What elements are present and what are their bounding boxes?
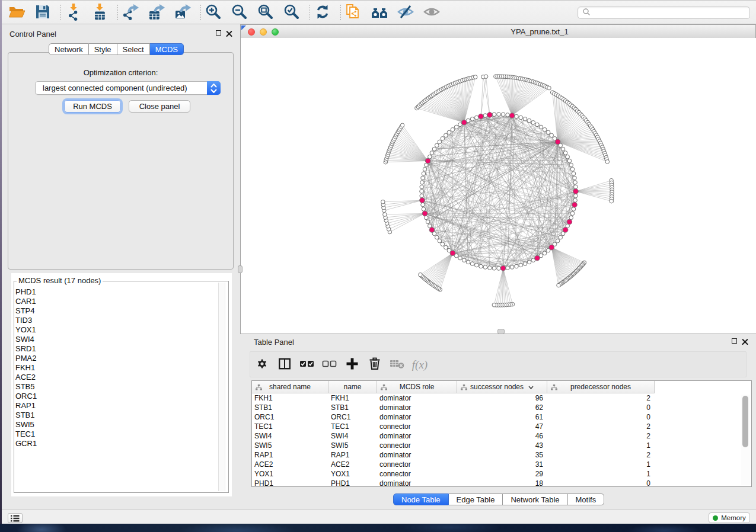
zoom-fit-button[interactable] <box>256 3 276 23</box>
network-canvas[interactable] <box>240 38 756 334</box>
mcds-result-item[interactable]: PMA2 <box>15 354 217 363</box>
network-node[interactable] <box>483 114 487 118</box>
table-row-FKH1[interactable]: FKH1FKH1dominator962 <box>252 393 751 403</box>
network-hub-node[interactable] <box>420 198 425 203</box>
network-hub-node[interactable] <box>535 255 540 261</box>
network-node[interactable] <box>422 207 426 211</box>
network-hub-node[interactable] <box>572 202 578 207</box>
network-node[interactable] <box>550 133 554 137</box>
network-graph[interactable] <box>241 38 755 334</box>
network-node[interactable] <box>506 113 510 117</box>
control-tab-network[interactable]: Network <box>49 43 89 55</box>
column-header-shared-name[interactable]: shared name <box>252 381 328 393</box>
mcds-result-item[interactable]: SRD1 <box>15 344 217 354</box>
vertical-splitter-handle[interactable] <box>238 265 243 273</box>
control-tab-style[interactable]: Style <box>89 43 117 55</box>
network-node[interactable] <box>447 130 451 134</box>
optimization-criterion-select[interactable]: largest connected component (undirected) <box>35 81 221 95</box>
mcds-result-item[interactable]: YOX1 <box>15 325 217 335</box>
mcds-result-item[interactable]: RAP1 <box>15 401 217 411</box>
network-hub-node[interactable] <box>573 189 579 194</box>
network-node[interactable] <box>567 159 572 163</box>
network-hub-node[interactable] <box>567 219 572 225</box>
network-node[interactable] <box>573 181 578 185</box>
run-mcds-button[interactable]: Run MCDS <box>64 100 121 113</box>
mcds-result-item[interactable]: TEC1 <box>15 430 217 439</box>
network-node[interactable] <box>430 151 434 155</box>
table-tab-motifs[interactable]: Motifs <box>568 493 605 505</box>
network-node[interactable] <box>441 137 445 141</box>
mcds-result-item[interactable]: ORC1 <box>15 392 217 401</box>
network-node[interactable] <box>470 117 474 121</box>
network-node[interactable] <box>492 303 496 307</box>
network-node[interactable] <box>605 160 610 164</box>
network-node[interactable] <box>420 190 424 194</box>
deselect-all-rows-button[interactable] <box>320 355 339 374</box>
network-node[interactable] <box>438 239 442 243</box>
column-header-predecessor-nodes[interactable]: predecessor nodes <box>547 381 655 393</box>
open-file-button[interactable] <box>7 3 27 23</box>
network-hub-node[interactable] <box>479 114 484 119</box>
window-minimize-button[interactable] <box>260 28 267 36</box>
zoom-selected-button[interactable] <box>282 3 302 23</box>
search-input[interactable] <box>591 7 749 19</box>
network-node[interactable] <box>421 176 425 180</box>
select-all-rows-button[interactable] <box>298 355 317 374</box>
table-row-ACE2[interactable]: ACE2ACE2connector311 <box>252 460 751 469</box>
column-header-MCDS-role[interactable]: MCDS role <box>377 381 457 393</box>
network-node[interactable] <box>474 116 479 120</box>
network-node[interactable] <box>435 143 439 148</box>
network-hub-node[interactable] <box>450 251 455 256</box>
network-hub-node[interactable] <box>487 113 493 118</box>
network-node[interactable] <box>497 267 501 271</box>
network-hub-node[interactable] <box>563 227 568 233</box>
table-row-TEC1[interactable]: TEC1TEC1connector472 <box>252 422 751 431</box>
table-panel-close-button[interactable] <box>742 338 748 345</box>
network-node[interactable] <box>506 266 510 270</box>
network-node[interactable] <box>425 216 429 220</box>
network-node[interactable] <box>423 167 427 171</box>
network-node[interactable] <box>479 264 483 268</box>
network-node[interactable] <box>497 113 501 117</box>
network-node[interactable] <box>547 86 551 90</box>
network-node[interactable] <box>473 75 477 79</box>
show-columns-button[interactable] <box>275 355 294 374</box>
network-node[interactable] <box>574 194 578 198</box>
network-node[interactable] <box>570 167 575 171</box>
network-hub-node[interactable] <box>429 227 435 233</box>
network-node[interactable] <box>515 264 519 268</box>
mcds-result-item[interactable]: CAR1 <box>15 297 217 306</box>
mcds-result-item[interactable]: ACE2 <box>15 373 217 382</box>
network-node[interactable] <box>510 265 514 270</box>
network-hub-node[interactable] <box>461 120 467 126</box>
mcds-result-item[interactable]: SWI4 <box>15 335 217 344</box>
network-node[interactable] <box>483 265 487 270</box>
network-hub-node[interactable] <box>425 158 430 164</box>
mcds-result-item[interactable]: GCR1 <box>15 439 217 448</box>
network-node[interactable] <box>383 213 387 217</box>
mcds-result-item[interactable]: FKH1 <box>15 363 217 373</box>
save-session-button[interactable] <box>33 3 53 23</box>
mcds-result-scrollbar[interactable] <box>218 283 225 491</box>
network-node[interactable] <box>492 267 496 271</box>
network-node[interactable] <box>474 263 479 267</box>
network-node[interactable] <box>470 262 474 266</box>
horizontal-splitter-handle[interactable] <box>497 329 505 334</box>
network-node[interactable] <box>574 185 578 189</box>
memory-button[interactable]: Memory <box>709 512 750 523</box>
close-panel-button[interactable]: Close panel <box>129 100 190 113</box>
network-node[interactable] <box>419 273 423 277</box>
network-node[interactable] <box>451 127 455 132</box>
network-node[interactable] <box>523 117 527 121</box>
network-node[interactable] <box>561 147 565 151</box>
table-row-PHD1[interactable]: PHD1PHD1dominator180 <box>252 479 751 486</box>
network-node[interactable] <box>426 220 430 224</box>
network-node[interactable] <box>454 125 458 129</box>
zoom-in-button[interactable] <box>203 3 224 23</box>
table-tab-node-table[interactable]: Node Table <box>393 493 449 505</box>
network-hub-node[interactable] <box>500 266 506 271</box>
network-node[interactable] <box>543 251 547 255</box>
mcds-result-item[interactable]: STP4 <box>15 306 217 316</box>
network-node[interactable] <box>543 127 547 132</box>
network-node[interactable] <box>546 130 550 134</box>
